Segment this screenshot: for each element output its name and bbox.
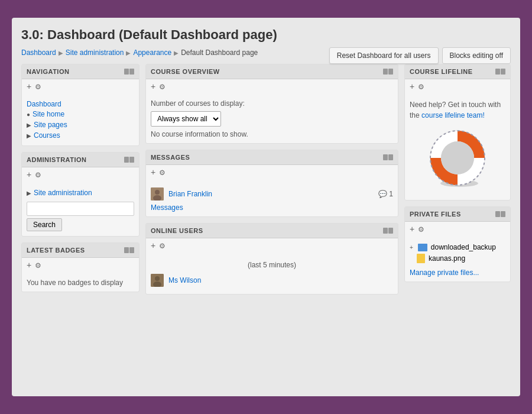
course-overview-title: COURSE OVERVIEW	[151, 68, 220, 75]
courses-dropdown[interactable]: Always show all	[151, 111, 221, 127]
course-overview-block: COURSE OVERVIEW Number of courses to dis…	[145, 64, 398, 144]
svg-point-1	[155, 190, 160, 195]
badges-actions	[22, 258, 139, 273]
messages-add-icon[interactable]	[151, 167, 155, 177]
lifeline-gear-icon[interactable]	[418, 82, 424, 91]
nav-courses-link[interactable]: Courses	[34, 131, 60, 140]
admin-search-input[interactable]	[27, 202, 134, 216]
badges-add-icon[interactable]	[27, 260, 31, 270]
manage-files-area: Manage private files...	[410, 268, 505, 277]
lifeline-text: Need help? Get in touch with the course …	[410, 99, 505, 121]
nav-site-pages-link[interactable]: Site pages	[34, 120, 67, 130]
admin-search-area: Search	[27, 202, 134, 231]
badges-empty-msg: You have no badges to display	[27, 279, 123, 287]
online-users-body: (last 5 minutes) Ms Wilson	[146, 254, 398, 294]
course-overview-gear-icon[interactable]	[159, 82, 166, 91]
admin-site-admin-link[interactable]: Site administration	[34, 188, 92, 198]
messages-block: MESSAGES	[145, 150, 398, 217]
breadcrumb-dashboard[interactable]: Dashboard	[21, 48, 56, 57]
online-users-resize-icon[interactable]	[383, 228, 393, 234]
course-overview-actions	[146, 79, 398, 95]
online-user-avatar	[151, 274, 164, 287]
message-count: 1	[389, 190, 393, 198]
messages-resize-icon[interactable]	[383, 154, 393, 160]
nav-resize-icon[interactable]	[124, 69, 134, 75]
badges-resize-icon[interactable]	[124, 247, 134, 253]
breadcrumb-appearance[interactable]: Appearance	[133, 48, 171, 57]
blocks-editing-button[interactable]: Blocks editing off	[442, 47, 511, 64]
lifeline-header: COURSE LIFELINE	[405, 64, 510, 79]
nav-dashboard-link[interactable]: Dashboard	[27, 99, 134, 109]
administration-body: ▶ Site administration Search	[22, 183, 139, 236]
navigation-block: NAVIGATION Dashboard ● Site home	[21, 64, 140, 146]
content-area: NAVIGATION Dashboard ● Site home	[21, 64, 511, 295]
online-user-link[interactable]: Ms Wilson	[168, 276, 201, 285]
nav-courses-arrow: ▶	[27, 132, 31, 139]
admin-resize-icon[interactable]	[124, 157, 134, 163]
nav-courses: ▶ Courses	[27, 130, 134, 141]
lifeline-body: Need help? Get in touch with the course …	[405, 95, 510, 200]
life-ring-container	[410, 121, 505, 195]
navigation-body: Dashboard ● Site home ▶ Site pages ▶ Cou…	[22, 95, 139, 145]
online-users-block: ONLINE USERS (last 5 minutes)	[145, 223, 398, 295]
message-icon: 💬	[378, 190, 387, 198]
message-user-link[interactable]: Brian Franklin	[168, 189, 212, 199]
badges-block-header: LATEST BADGES	[22, 243, 139, 258]
lifeline-actions	[405, 79, 510, 95]
file-icon-2	[417, 254, 425, 263]
navigation-gear-icon[interactable]	[35, 82, 41, 91]
navigation-title: NAVIGATION	[27, 68, 69, 75]
message-avatar	[151, 187, 164, 200]
course-overview-add-icon[interactable]	[151, 82, 155, 91]
breadcrumb-site-admin[interactable]: Site administration	[66, 48, 124, 57]
messages-gear-icon[interactable]	[159, 168, 166, 177]
message-badge: 💬 1	[378, 190, 393, 198]
messages-link[interactable]: Messages	[151, 203, 183, 212]
folder-icon-1	[418, 244, 427, 251]
course-overview-controls	[383, 69, 393, 75]
admin-search-button[interactable]: Search	[27, 218, 62, 231]
message-row: Brian Franklin 💬 1	[151, 185, 393, 203]
admin-gear-icon[interactable]	[35, 170, 41, 179]
online-time-info: (last 5 minutes)	[151, 258, 393, 271]
private-files-header: PRIVATE FILES	[405, 207, 510, 222]
course-overview-body: Number of courses to display: Always sho…	[146, 95, 398, 143]
manage-files-link[interactable]: Manage private files...	[410, 269, 479, 277]
private-files-body: + downloaded_backup kaunas.png Manage pr…	[405, 237, 510, 282]
right-sidebar: COURSE LIFELINE Need help? Get in touch …	[404, 64, 511, 295]
badges-body: You have no badges to display	[22, 273, 139, 292]
lifeline-resize-icon[interactable]	[495, 69, 505, 75]
badges-gear-icon[interactable]	[35, 261, 41, 270]
breadcrumb-arrow-3: ▶	[174, 50, 179, 56]
private-files-gear-icon[interactable]	[418, 225, 424, 234]
messages-body: Brian Franklin 💬 1 Messages	[146, 180, 398, 216]
courses-label: Number of courses to display:	[151, 99, 393, 108]
svg-point-8	[441, 141, 474, 174]
reset-dashboard-button[interactable]: Reset Dashboard for all users	[329, 47, 439, 64]
expand-icon-1[interactable]: +	[410, 244, 413, 251]
file-item-1: + downloaded_backup	[410, 242, 505, 253]
file-item-2: kaunas.png	[410, 253, 505, 264]
online-users-controls	[383, 228, 393, 234]
online-users-add-icon[interactable]	[151, 241, 155, 250]
nav-site-home-link[interactable]: Site home	[33, 109, 64, 119]
main-container: 3.0: Dashboard (Default Dashboard page) …	[12, 18, 520, 396]
navigation-block-header: NAVIGATION	[22, 64, 139, 79]
messages-link-area: Messages	[151, 203, 393, 212]
private-files-resize-icon[interactable]	[495, 211, 505, 217]
admin-add-icon[interactable]	[27, 170, 31, 179]
no-course-info: No course information to show.	[151, 130, 393, 138]
lifeline-team-link[interactable]: course lifeline team!	[421, 111, 485, 119]
badges-title: LATEST BADGES	[27, 247, 85, 254]
navigation-add-icon[interactable]	[27, 82, 31, 91]
course-overview-resize-icon[interactable]	[383, 69, 393, 75]
online-user-row: Ms Wilson	[151, 271, 393, 289]
private-files-controls	[495, 211, 505, 217]
private-files-add-icon[interactable]	[410, 224, 414, 234]
svg-point-4	[155, 276, 160, 281]
online-users-gear-icon[interactable]	[159, 241, 166, 250]
lifeline-add-icon[interactable]	[410, 82, 414, 91]
nav-site-pages-arrow: ▶	[27, 122, 31, 128]
file1-name: downloaded_backup	[431, 243, 496, 251]
breadcrumb-current: Default Dashboard page	[181, 48, 258, 57]
